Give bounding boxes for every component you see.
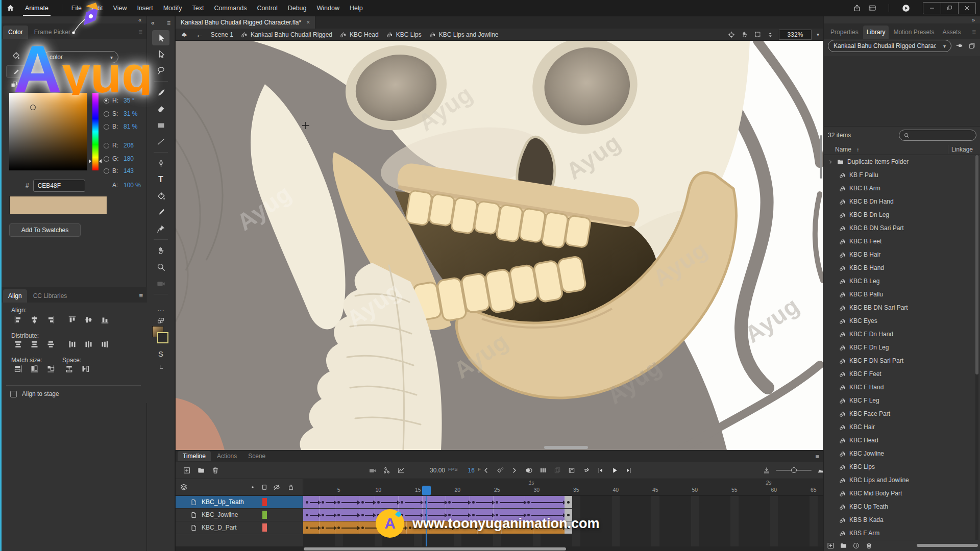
breadcrumb-label[interactable]: KBC Lips and Jowline xyxy=(439,31,499,38)
library-item[interactable]: KBC F Leg xyxy=(824,394,980,407)
library-item[interactable]: KBC B Hair xyxy=(824,248,980,261)
collapse-tools-icon[interactable]: « xyxy=(151,19,155,27)
library-item-name[interactable]: KBC Hair xyxy=(849,423,875,431)
value-number[interactable]: 180 xyxy=(124,155,134,162)
library-item-name[interactable]: KBC B Leg xyxy=(849,278,879,285)
library-item[interactable]: KBC Lips and Jowline xyxy=(824,473,980,487)
breadcrumb-item[interactable]: Scene 1 xyxy=(211,31,233,38)
tab-assets[interactable]: Assets xyxy=(939,26,964,39)
new-library-panel-slot[interactable] xyxy=(968,42,976,49)
library-item[interactable]: KBS F Arm xyxy=(824,527,980,540)
distribute-top-button[interactable] xyxy=(11,338,24,350)
timeline-tab-scene[interactable]: Scene xyxy=(243,451,271,461)
library-item-name[interactable]: KBC BB DN Sari Part xyxy=(849,304,908,311)
layer-name-cell[interactable]: KBC_Jowline xyxy=(176,509,303,521)
menu-commands[interactable]: Commands xyxy=(210,5,251,12)
menu-insert[interactable]: Insert xyxy=(133,5,157,12)
library-item[interactable]: KBC B Hand xyxy=(824,261,980,274)
pen-tool[interactable] xyxy=(152,156,169,171)
tab-properties[interactable]: Properties xyxy=(827,26,862,39)
library-item-name[interactable]: KBS B Kada xyxy=(849,516,884,523)
new-folder-icon[interactable] xyxy=(840,542,847,549)
close-document-icon[interactable]: × xyxy=(306,19,310,26)
space-vertical-button[interactable] xyxy=(62,363,76,375)
radio-icon[interactable] xyxy=(104,124,109,130)
tab-library[interactable]: Library xyxy=(863,26,889,39)
layer-name[interactable]: KBC_Jowline xyxy=(202,511,238,518)
stroke-color-chip[interactable] xyxy=(157,332,168,343)
library-item-name[interactable]: KBC Lips and Jowline xyxy=(849,477,909,484)
keyauto-icon[interactable] xyxy=(496,466,504,474)
library-item-name[interactable]: KBC Face Part xyxy=(849,410,890,417)
shrink-icon[interactable] xyxy=(763,466,771,474)
distribute-center-v-button[interactable] xyxy=(82,338,95,350)
hex-input[interactable]: CEB48F xyxy=(33,180,85,192)
chevleft-icon[interactable] xyxy=(482,466,490,474)
breadcrumb-item[interactable]: KBC Head xyxy=(339,31,379,38)
align-middle-v-button[interactable] xyxy=(82,314,95,326)
canvas-hscrollbar[interactable] xyxy=(544,446,588,449)
workspace-slot[interactable] xyxy=(868,4,876,12)
library-item[interactable]: KB F Pallu xyxy=(824,168,980,182)
menu-animate[interactable]: Animate xyxy=(22,5,52,12)
pin-library-slot[interactable] xyxy=(955,42,963,49)
corner-icon[interactable] xyxy=(157,364,165,372)
distribute-bottom-button[interactable] xyxy=(44,338,57,350)
tab-motion-presets[interactable]: Motion Presets xyxy=(890,26,938,39)
zoom-dropdown-icon[interactable]: ▾ xyxy=(817,32,819,37)
library-item-name[interactable]: KBC Up Teath xyxy=(849,503,888,510)
distribute-left-button[interactable] xyxy=(65,338,79,350)
outline-icon[interactable] xyxy=(260,483,268,491)
library-item[interactable]: KBC Jowline xyxy=(824,447,980,460)
menu-debug[interactable]: Debug xyxy=(284,5,311,12)
corner-tool-slot[interactable] xyxy=(157,364,165,372)
copy-icon[interactable] xyxy=(968,42,976,49)
library-item-name[interactable]: KB F Pallu xyxy=(849,171,878,179)
panel-menu-icon[interactable]: ≡ xyxy=(138,28,142,36)
library-item[interactable]: KBC Head xyxy=(824,434,980,447)
library-item[interactable]: KBC F Dn Hand xyxy=(824,328,980,341)
swap-colors-slot[interactable] xyxy=(157,317,165,325)
radio-icon[interactable] xyxy=(104,143,109,148)
panel-menu-icon[interactable]: ≡ xyxy=(139,292,143,299)
snapping-icon[interactable]: S xyxy=(158,349,163,358)
zoom-tool[interactable] xyxy=(152,259,169,274)
play-icon[interactable] xyxy=(610,466,619,474)
library-item[interactable]: KBC B Dn Leg xyxy=(824,208,980,221)
hue-handle-right[interactable] xyxy=(99,159,102,163)
parenting-icon[interactable] xyxy=(383,466,391,474)
library-item-name[interactable]: KBC Lips xyxy=(849,463,875,470)
radio-icon[interactable] xyxy=(104,156,109,162)
home-slot[interactable] xyxy=(6,4,15,12)
prevframe-icon[interactable] xyxy=(596,466,604,474)
center-frame-slot[interactable] xyxy=(727,31,736,39)
library-item[interactable]: KBC B Feet xyxy=(824,235,980,248)
zoom-stepper-slot[interactable] xyxy=(767,31,774,38)
align-right-button[interactable] xyxy=(44,314,57,326)
folder-icon[interactable] xyxy=(197,466,205,474)
library-item-name[interactable]: KBC B Feet xyxy=(849,238,881,245)
timeline-hscrollbar[interactable] xyxy=(176,546,823,551)
expand-dock-icon[interactable]: » xyxy=(972,17,975,23)
keyframe-dot[interactable] xyxy=(361,501,364,504)
layer-color-swatch[interactable] xyxy=(262,523,267,532)
line-tool[interactable] xyxy=(152,134,169,149)
close-slot[interactable] xyxy=(958,3,975,14)
library-vscroll-thumb[interactable] xyxy=(975,155,978,374)
selection-tool[interactable] xyxy=(152,30,169,45)
onionbars-icon[interactable] xyxy=(539,466,547,474)
library-item-name[interactable]: KBC Head xyxy=(849,437,878,444)
keyframe-dot[interactable] xyxy=(472,501,475,504)
hue-handle-left[interactable] xyxy=(89,159,91,163)
layer-name[interactable]: KBC_Up_Teath xyxy=(202,498,244,506)
align-left-button[interactable] xyxy=(11,314,24,326)
nextframe-icon[interactable] xyxy=(625,466,633,474)
value-number[interactable]: 31 % xyxy=(124,110,137,117)
value-number[interactable]: 81 % xyxy=(124,123,137,130)
graph-icon[interactable] xyxy=(397,466,405,474)
subselection-tool[interactable] xyxy=(152,46,169,62)
tab-align[interactable]: Align xyxy=(3,289,27,303)
breadcrumb-label[interactable]: KBC Head xyxy=(350,31,379,38)
align-top-button[interactable] xyxy=(65,314,79,326)
library-item-name[interactable]: KBS F Arm xyxy=(849,530,879,537)
